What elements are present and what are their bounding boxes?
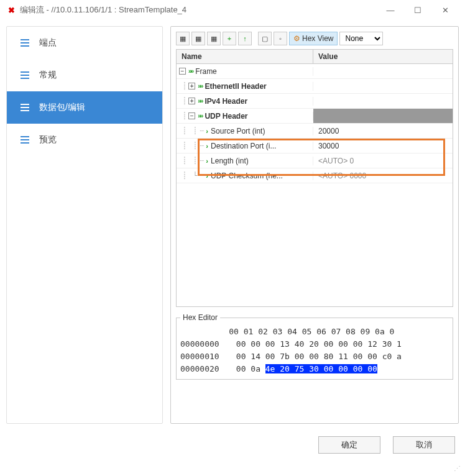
expand-icon[interactable]: + — [188, 83, 195, 89]
content-panel: ▦ ▦ ▦ + ↑ ▢ ◦ ⚙ Hex View None Name Value — [170, 26, 459, 424]
tree-row-ipv4[interactable]: ┊ + »» IPv4 Header — [177, 94, 453, 109]
menu-icon — [21, 71, 29, 79]
resize-grip-icon[interactable]: ⋰ — [454, 465, 463, 474]
tree-row-frame[interactable]: − »» Frame — [177, 64, 453, 79]
toolbar-add-button[interactable]: + — [223, 32, 236, 45]
menu-icon — [21, 39, 29, 47]
chevron-right-icon: › — [206, 172, 208, 180]
chevron-right-icon: › — [206, 157, 208, 165]
minimize-button[interactable]: — — [377, 1, 404, 19]
hex-editor: Hex Editor 00 01 02 03 04 05 06 07 08 09… — [176, 313, 453, 380]
sidebar-item-endpoint[interactable]: 端点 — [7, 27, 162, 59]
window-title: 编辑流 - //10.0.11.106/1/1 : StreamTemplate… — [20, 4, 377, 16]
tree-row-checksum[interactable]: ┊ └ ┈ › UDP Checksum (he... <AUTO> 0000 — [177, 168, 453, 183]
menu-icon — [21, 136, 29, 144]
column-header-name[interactable]: Name — [177, 50, 313, 63]
footer: 确定 取消 — [0, 430, 465, 460]
collapse-icon[interactable]: − — [188, 112, 195, 119]
view-select[interactable]: None — [339, 32, 383, 45]
expand-icon[interactable]: + — [188, 98, 195, 104]
column-header-value[interactable]: Value — [313, 50, 453, 63]
toolbar: ▦ ▦ ▦ + ↑ ▢ ◦ ⚙ Hex View None — [176, 32, 453, 49]
srcport-value[interactable]: 20000 — [313, 127, 453, 135]
sidebar-item-label: 常规 — [39, 70, 57, 81]
tree-row-udp[interactable]: ┊ − »» UDP Header — [177, 109, 453, 124]
sidebar-item-packet-edit[interactable]: 数据包/编辑 — [7, 91, 162, 124]
toolbar-btn-2[interactable]: ▦ — [191, 32, 205, 45]
tree-row-dstport[interactable]: ┊ ┊ ┈ › Destination Port (i... 30000 — [177, 139, 453, 153]
tree-row-srcport[interactable]: ┊ ┊ ┈ › Source Port (int) 20000 — [177, 124, 453, 139]
titlebar: ✖ 编辑流 - //10.0.11.106/1/1 : StreamTempla… — [0, 0, 465, 20]
sidebar-item-general[interactable]: 常规 — [7, 59, 162, 91]
packet-tree-table: Name Value − »» Frame ┊ + »» — [176, 49, 453, 307]
chevrons-icon: »» — [188, 68, 193, 75]
sidebar-item-preview[interactable]: 预览 — [7, 124, 162, 156]
toolbar-btn-3[interactable]: ▦ — [207, 32, 221, 45]
hex-editor-title: Hex Editor — [180, 313, 220, 322]
app-logo-icon: ✖ — [6, 5, 16, 15]
chevrons-icon: »» — [198, 98, 202, 104]
hex-content[interactable]: 00 01 02 03 04 05 06 07 08 09 0a 0 00000… — [180, 326, 449, 375]
sidebar: 端点 常规 数据包/编辑 预览 — [6, 26, 163, 424]
chevron-right-icon: › — [206, 127, 208, 135]
hexview-toggle[interactable]: ⚙ Hex View — [289, 32, 338, 45]
dstport-value[interactable]: 30000 — [313, 142, 453, 150]
toolbar-up-button[interactable]: ↑ — [238, 32, 252, 45]
toolbar-btn-1[interactable]: ▦ — [176, 32, 190, 45]
menu-icon — [21, 104, 29, 111]
toolbar-btn-6[interactable]: ▢ — [258, 32, 272, 45]
chevron-right-icon: › — [206, 142, 208, 150]
close-button[interactable]: ✕ — [431, 1, 459, 19]
ok-button[interactable]: 确定 — [318, 436, 380, 454]
sidebar-item-label: 端点 — [39, 37, 57, 48]
sidebar-item-label: 数据包/编辑 — [39, 102, 85, 113]
maximize-button[interactable]: ☐ — [404, 1, 431, 19]
chevrons-icon: »» — [198, 83, 202, 89]
tree-row-ethernet[interactable]: ┊ + »» EthernetII Header — [177, 79, 453, 94]
tree-row-length[interactable]: ┊ ┊ ┈ › Length (int) <AUTO> 0 — [177, 153, 453, 168]
sidebar-item-label: 预览 — [39, 134, 57, 145]
chevrons-icon: »» — [198, 112, 202, 119]
cancel-button[interactable]: 取消 — [393, 436, 455, 454]
toolbar-btn-7[interactable]: ◦ — [274, 32, 287, 45]
collapse-icon[interactable]: − — [179, 68, 186, 75]
